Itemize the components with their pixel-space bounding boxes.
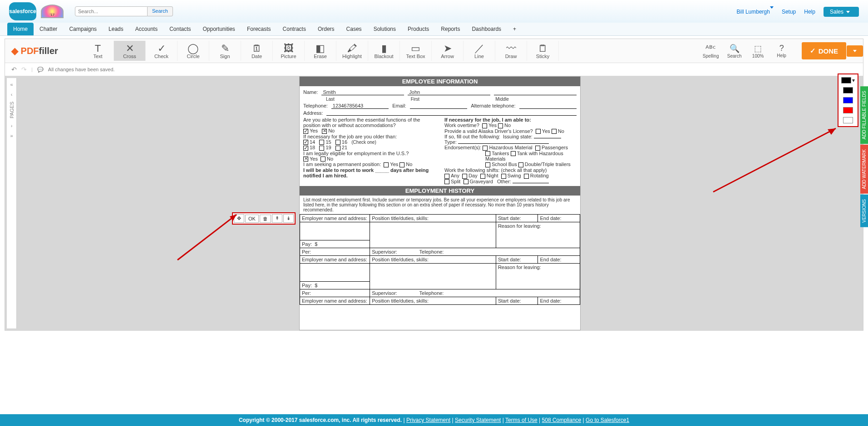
overtime-no[interactable] — [498, 123, 503, 128]
shift-split[interactable] — [444, 179, 449, 184]
eligible-yes-checkbox[interactable] — [303, 157, 308, 162]
redo-button[interactable]: ↷ — [21, 66, 27, 73]
collapse-down-icon[interactable]: » — [10, 133, 13, 138]
shift-any[interactable] — [444, 174, 449, 179]
q1-yes-checkbox[interactable] — [303, 129, 308, 134]
popup-delete-icon[interactable]: 🗑 — [260, 215, 271, 223]
age-14-checkbox[interactable] — [303, 140, 308, 145]
shift-night[interactable] — [480, 174, 485, 179]
nav-tab-dashboards[interactable]: Dashboards — [466, 23, 507, 35]
nav-tab-cases[interactable]: Cases — [340, 23, 368, 35]
nav-tab-opportunities[interactable]: Opportunities — [197, 23, 241, 35]
email-field[interactable] — [410, 103, 467, 109]
rtool-help[interactable]: ?Help — [770, 44, 794, 58]
age-19-checkbox[interactable] — [319, 146, 324, 151]
last-name-field[interactable]: Smith — [321, 89, 404, 95]
shift-grave[interactable] — [464, 179, 469, 184]
end-triple[interactable] — [518, 162, 523, 167]
collapse-up-icon[interactable]: « — [10, 82, 13, 87]
app-menu[interactable]: Sales — [824, 7, 859, 17]
tool-arrow[interactable]: ➤Arrow — [432, 41, 464, 61]
tool-text-box[interactable]: ▭Text Box — [400, 41, 432, 61]
overtime-yes[interactable] — [482, 123, 487, 128]
alt-tel-field[interactable] — [519, 103, 577, 109]
current-color-swatch[interactable] — [841, 77, 851, 83]
license-no[interactable] — [552, 129, 557, 134]
tab-add-fillable-fields[interactable]: ADD FILLABLE FIELDS — [860, 86, 868, 144]
color-white[interactable] — [843, 117, 853, 123]
perm-no-checkbox[interactable] — [399, 162, 404, 167]
tool-erase[interactable]: ◧Erase — [305, 41, 336, 61]
shift-day[interactable] — [462, 174, 467, 179]
nav-tab-contracts[interactable]: Contracts — [277, 23, 312, 35]
rtool-100%[interactable]: ⬚100% — [746, 44, 770, 59]
end-tankhaz[interactable] — [511, 151, 516, 156]
shift-swing[interactable] — [501, 174, 506, 179]
done-button[interactable]: ✓DONE — [802, 42, 846, 59]
nav-tab-forecasts[interactable]: Forecasts — [241, 23, 277, 35]
middle-name-field[interactable] — [494, 89, 577, 95]
tool-draw[interactable]: 〰Draw — [495, 41, 527, 61]
popup-ok-button[interactable]: OK — [245, 215, 259, 223]
q1-no-checkbox[interactable] — [322, 129, 327, 134]
nav-tab-accounts[interactable]: Accounts — [129, 23, 163, 35]
tel-field[interactable]: 12346785643 — [331, 103, 389, 109]
shift-other-field[interactable] — [513, 183, 549, 183]
popup-decrease-icon[interactable]: ↡ — [283, 214, 294, 223]
end-pass[interactable] — [535, 146, 540, 151]
nav-tab-orders[interactable]: Orders — [312, 23, 340, 35]
nav-tab-contacts[interactable]: Contacts — [163, 23, 197, 35]
tab-add-watermark[interactable]: ADD WATERMARK — [860, 145, 868, 194]
tool-blackout[interactable]: ▮Blackout — [368, 41, 400, 61]
tool-date[interactable]: 🗓Date — [241, 41, 273, 61]
nav-up-icon[interactable]: ‹ — [11, 92, 13, 97]
nav-tab-reports[interactable]: Reports — [435, 23, 466, 35]
perm-yes-checkbox[interactable] — [384, 162, 389, 167]
chevron-down-icon[interactable]: ▾ — [852, 77, 855, 83]
rtool-spelling[interactable]: ᴬᴮᶜSpelling — [699, 44, 723, 59]
tool-highlight[interactable]: 🖍Highlight — [336, 41, 368, 61]
done-dropdown[interactable] — [847, 45, 863, 57]
color-black[interactable] — [843, 87, 853, 93]
nav-down-icon[interactable]: › — [11, 123, 13, 128]
end-tank[interactable] — [485, 151, 490, 156]
age-21-checkbox[interactable] — [335, 146, 340, 151]
tab-versions[interactable]: VERSIONS — [860, 195, 868, 227]
license-yes[interactable] — [536, 129, 541, 134]
tool-picture[interactable]: 🖼Picture — [273, 41, 305, 61]
tool-line[interactable]: ／Line — [464, 41, 495, 61]
user-menu[interactable]: Bill Lumbergh — [737, 9, 774, 15]
tool-text[interactable]: TText — [82, 41, 114, 61]
addr-field[interactable] — [326, 110, 577, 116]
type-field[interactable] — [458, 143, 549, 144]
nav-tab-products[interactable]: Products — [402, 23, 435, 35]
rtool-search[interactable]: 🔍Search — [723, 44, 746, 59]
search-button[interactable]: Search — [148, 6, 173, 16]
end-bus[interactable] — [485, 162, 490, 167]
setup-link[interactable]: Setup — [782, 9, 796, 15]
color-red[interactable] — [843, 107, 853, 113]
document-page[interactable]: EMPLOYEE INFORMATION Name: Smith John La… — [299, 76, 581, 330]
nav-tab-chatter[interactable]: Chatter — [34, 23, 63, 35]
undo-button[interactable]: ↶ — [11, 66, 17, 73]
eligible-no-checkbox[interactable] — [321, 157, 326, 162]
cross-tool-popup[interactable]: ✥ OK 🗑 ↟ ↡ — [232, 212, 296, 225]
nav-tab-home[interactable]: Home — [7, 23, 34, 35]
nav-tab-+[interactable]: + — [507, 23, 522, 35]
popup-increase-icon[interactable]: ↟ — [272, 214, 282, 223]
help-link[interactable]: Help — [804, 9, 815, 15]
tool-sticky[interactable]: 🗒Sticky — [527, 41, 559, 61]
pages-panel-handle[interactable]: « ‹ PAGES › » — [7, 78, 17, 328]
first-name-field[interactable]: John — [408, 89, 490, 95]
tool-circle[interactable]: ◯Circle — [178, 41, 209, 61]
popup-move-icon[interactable]: ✥ — [234, 214, 244, 223]
search-input[interactable] — [75, 6, 148, 16]
tool-cross[interactable]: ✕Cross — [114, 41, 146, 61]
age-15-checkbox[interactable] — [319, 140, 324, 145]
nav-tab-solutions[interactable]: Solutions — [368, 23, 402, 35]
age-18-checkbox[interactable] — [303, 146, 308, 151]
end-hazmat[interactable] — [483, 146, 488, 151]
tool-sign[interactable]: ✎Sign — [209, 41, 241, 61]
color-blue[interactable] — [843, 97, 853, 103]
age-16-checkbox[interactable] — [335, 140, 340, 145]
